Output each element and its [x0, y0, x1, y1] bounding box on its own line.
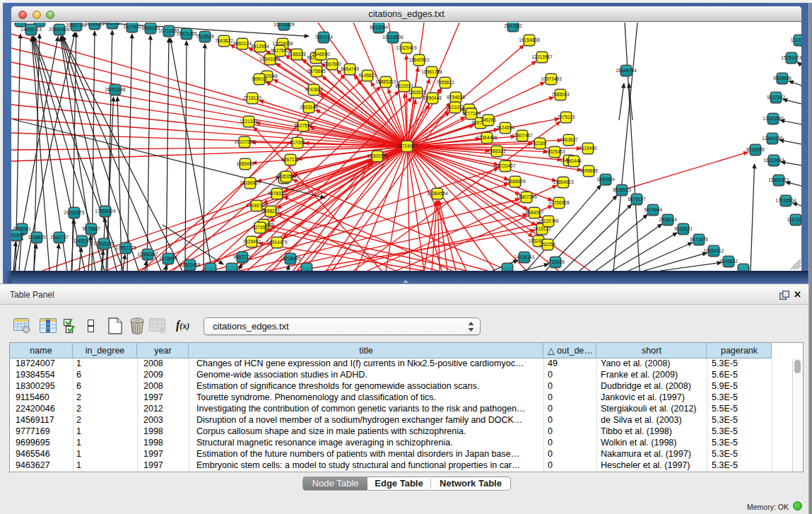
svg-text:8322037: 8322037 [395, 83, 413, 88]
svg-text:10654112: 10654112 [704, 248, 724, 253]
svg-text:16543382: 16543382 [259, 57, 281, 62]
svg-text:15885210: 15885210 [375, 79, 396, 84]
svg-text:12923468: 12923468 [180, 262, 201, 267]
svg-text:989012: 989012 [252, 76, 267, 81]
svg-text:17016504: 17016504 [775, 198, 796, 203]
svg-text:10046726: 10046726 [246, 203, 267, 208]
svg-text:17559924: 17559924 [95, 209, 116, 214]
svg-text:9463627: 9463627 [560, 137, 578, 142]
svg-text:10688609: 10688609 [505, 179, 526, 184]
svg-text:9332621: 9332621 [674, 226, 693, 231]
svg-text:7515526: 7515526 [196, 34, 214, 39]
svg-text:9084067: 9084067 [525, 210, 543, 215]
svg-text:7955812: 7955812 [436, 80, 454, 85]
svg-text:8427552: 8427552 [294, 123, 312, 128]
svg-text:10807487: 10807487 [512, 133, 533, 138]
svg-text:9329966: 9329966 [773, 76, 792, 81]
svg-text:8215955: 8215955 [746, 147, 765, 152]
svg-text:2718120: 2718120 [243, 95, 261, 100]
svg-text:15692971: 15692971 [768, 177, 789, 182]
svg-text:9227343: 9227343 [767, 95, 785, 100]
svg-text:10973493: 10973493 [541, 76, 562, 81]
svg-text:16961758: 16961758 [421, 69, 442, 74]
svg-text:8878332: 8878332 [268, 191, 286, 196]
svg-text:9115460: 9115460 [579, 146, 597, 151]
svg-text:12505135: 12505135 [93, 241, 114, 246]
svg-text:62160: 62160 [534, 141, 547, 146]
svg-text:1546000: 1546000 [312, 52, 330, 57]
svg-text:2803144: 2803144 [300, 105, 318, 110]
svg-text:1733426: 1733426 [546, 259, 565, 264]
svg-text:10653267: 10653267 [102, 23, 123, 25]
svg-text:15718485: 15718485 [280, 256, 301, 261]
svg-text:8938923: 8938923 [613, 187, 631, 192]
svg-text:9827500: 9827500 [271, 48, 289, 53]
svg-text:1117364: 1117364 [791, 37, 801, 42]
svg-text:10107552: 10107552 [234, 139, 255, 144]
svg-text:10756928: 10756928 [548, 200, 570, 205]
svg-text:991549: 991549 [11, 233, 24, 238]
svg-text:8660124: 8660124 [233, 41, 252, 46]
svg-text:2087682: 2087682 [504, 23, 522, 28]
svg-text:6966160: 6966160 [141, 25, 160, 30]
svg-text:8813054: 8813054 [370, 25, 388, 30]
svg-text:1527602: 1527602 [123, 24, 141, 29]
svg-text:8454749: 8454749 [341, 66, 359, 71]
svg-text:14136141: 14136141 [514, 255, 535, 259]
svg-text:12093580: 12093580 [763, 116, 784, 121]
svg-text:10025453: 10025453 [544, 149, 565, 154]
svg-text:9474444: 9474444 [644, 207, 662, 212]
svg-text:3624554: 3624554 [496, 125, 514, 130]
svg-text:13325419: 13325419 [396, 45, 417, 50]
svg-text:20691406: 20691406 [49, 27, 70, 32]
svg-text:2942737: 2942737 [50, 235, 69, 240]
svg-text:817006: 817006 [290, 140, 305, 145]
svg-text:9242848: 9242848 [305, 87, 323, 92]
svg-text:12213987: 12213987 [531, 54, 553, 59]
svg-text:21364436: 21364436 [476, 135, 498, 140]
svg-text:960444: 960444 [566, 158, 582, 163]
svg-text:8267130: 8267130 [281, 157, 300, 162]
svg-text:14055713: 14055713 [20, 27, 42, 32]
svg-text:12353594: 12353594 [276, 174, 297, 179]
svg-text:16154838: 16154838 [519, 37, 540, 42]
svg-text:16648784: 16648784 [616, 68, 637, 73]
svg-text:19654923: 19654923 [553, 180, 574, 185]
svg-text:12444190: 12444190 [762, 136, 783, 141]
svg-text:1156829: 1156829 [28, 235, 46, 240]
svg-text:18300295: 18300295 [367, 153, 388, 158]
svg-text:10958107: 10958107 [137, 252, 158, 257]
svg-text:18640910: 18640910 [408, 57, 430, 62]
svg-text:20206576: 20206576 [64, 210, 85, 215]
svg-text:9245652: 9245652 [719, 259, 738, 264]
svg-text:7625402: 7625402 [242, 239, 261, 244]
svg-text:19384554: 19384554 [427, 191, 448, 196]
svg-text:8186328: 8186328 [288, 52, 306, 57]
svg-text:18807249: 18807249 [516, 194, 537, 199]
svg-text:1362615: 1362615 [408, 90, 426, 95]
svg-text:16120746: 16120746 [538, 218, 559, 223]
svg-text:19218506: 19218506 [382, 35, 404, 40]
svg-text:9975867: 9975867 [82, 226, 100, 231]
svg-text:2935114: 2935114 [659, 217, 677, 222]
svg-text:6990448: 6990448 [423, 95, 442, 100]
svg-text:7663822: 7663822 [215, 38, 233, 43]
svg-text:1065492: 1065492 [236, 161, 254, 166]
svg-text:6879197: 6879197 [628, 197, 646, 201]
svg-text:1145194: 1145194 [73, 238, 91, 243]
svg-text:16914479: 16914479 [266, 240, 288, 245]
svg-text:2367600: 2367600 [323, 62, 341, 66]
svg-text:8912954: 8912954 [251, 44, 269, 49]
svg-text:6794028: 6794028 [447, 95, 465, 100]
svg-text:9146821: 9146821 [358, 73, 377, 78]
svg-text:17957275: 17957275 [115, 245, 136, 250]
svg-text:7986322: 7986322 [488, 148, 506, 153]
svg-text:18724007: 18724007 [396, 144, 418, 148]
svg-text:8498222: 8498222 [261, 209, 280, 214]
svg-text:1678459: 1678459 [159, 256, 177, 261]
svg-text:16671355: 16671355 [176, 31, 197, 36]
svg-text:127459: 127459 [252, 225, 268, 230]
svg-text:7485003: 7485003 [551, 92, 570, 97]
svg-text:2975115: 2975115 [557, 115, 575, 119]
svg-text:16210643: 16210643 [763, 158, 784, 163]
